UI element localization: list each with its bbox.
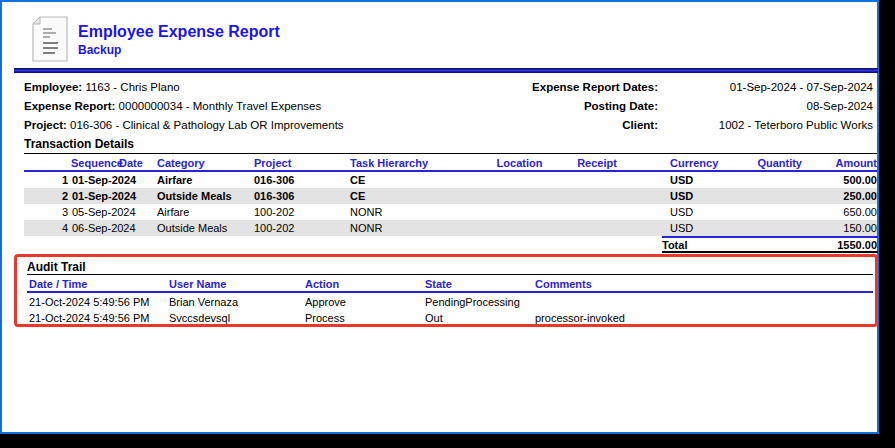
table-cell: Svccsdevsql xyxy=(169,310,305,326)
audit-trail-title: Audit Trail xyxy=(27,260,86,274)
table-cell: 250.00 xyxy=(802,188,877,204)
transaction-details-title: Transaction Details xyxy=(24,137,134,151)
table-cell xyxy=(477,204,562,220)
audit-trail-box: Audit Trail Date / TimeUser NameActionSt… xyxy=(14,254,878,327)
table-cell xyxy=(705,172,802,188)
table-cell: Brian Vernaza xyxy=(169,294,305,310)
table-cell: 650.00 xyxy=(802,204,877,220)
column-header: Comments xyxy=(535,276,851,292)
table-cell xyxy=(477,220,562,236)
project-value: 016-306 - Clinical & Pathology Lab OR Im… xyxy=(70,119,344,131)
column-header: Receipt xyxy=(562,155,632,171)
posting-date-label: Posting Date: xyxy=(584,100,658,112)
audit-rows: 21-Oct-2024 5:49:56 PMBrian VernazaAppro… xyxy=(29,294,851,326)
transaction-title-rule xyxy=(24,153,877,154)
expense-report-value: 0000000034 - Monthly Travel Expenses xyxy=(119,100,322,112)
table-cell xyxy=(705,204,802,220)
column-header: Amount xyxy=(802,155,877,171)
table-cell: USD xyxy=(632,204,705,220)
expense-dates-label: Expense Report Dates: xyxy=(532,81,658,93)
column-header: User Name xyxy=(169,276,305,292)
table-cell: CE xyxy=(347,188,477,204)
table-cell: USD xyxy=(632,188,705,204)
employee-value: 1163 - Chris Plano xyxy=(85,81,179,93)
page-subtitle: Backup xyxy=(78,43,121,57)
total-amount: 1550.00 xyxy=(702,239,877,251)
table-cell: Airfare xyxy=(154,172,251,188)
column-header: Date / Time xyxy=(29,276,169,292)
table-cell: NONR xyxy=(347,220,477,236)
table-cell xyxy=(562,172,632,188)
audit-title-rule xyxy=(27,274,873,275)
total-label: Total xyxy=(662,239,687,251)
document-icon xyxy=(28,14,70,64)
project-label: Project: xyxy=(24,119,67,131)
table-row: 201-Sep-2024Outside Meals016-306CEUSD250… xyxy=(24,188,877,204)
table-cell: 016-306 xyxy=(251,188,347,204)
table-cell xyxy=(705,188,802,204)
column-header: Location xyxy=(477,155,562,171)
table-cell: USD xyxy=(632,220,705,236)
table-cell: Process xyxy=(305,310,425,326)
client-value: 1002 - Teterboro Public Works xyxy=(719,119,873,131)
table-cell: Approve xyxy=(305,294,425,310)
column-header: Sequence xyxy=(71,155,115,171)
table-row: 406-Sep-2024Outside Meals100-202NONRUSD1… xyxy=(24,220,877,236)
table-cell xyxy=(562,204,632,220)
table-cell xyxy=(477,188,562,204)
table-cell: 06-Sep-2024 xyxy=(68,220,154,236)
header-divider xyxy=(14,68,878,73)
table-row: 305-Sep-2024Airfare100-202NONRUSD650.00 xyxy=(24,204,877,220)
table-row: 21-Oct-2024 5:49:56 PMBrian VernazaAppro… xyxy=(29,294,851,310)
column-header: Project xyxy=(251,155,347,171)
employee-label: Employee: xyxy=(24,81,82,93)
expense-report-label: Expense Report: xyxy=(24,100,115,112)
expense-report-field: Expense Report: 0000000034 - Monthly Tra… xyxy=(24,100,321,112)
table-cell: 21-Oct-2024 5:49:56 PM xyxy=(29,294,169,310)
table-cell: 100-202 xyxy=(251,220,347,236)
table-cell: 3 xyxy=(24,204,68,220)
audit-header-rule xyxy=(27,291,873,293)
table-cell xyxy=(562,220,632,236)
table-cell: Outside Meals xyxy=(154,220,251,236)
client-label: Client: xyxy=(622,119,658,131)
table-cell: CE xyxy=(347,172,477,188)
table-cell: 150.00 xyxy=(802,220,877,236)
table-cell: 01-Sep-2024 xyxy=(68,188,154,204)
page-title: Employee Expense Report xyxy=(78,23,280,41)
posting-date-value: 08-Sep-2024 xyxy=(807,100,874,112)
table-cell xyxy=(705,220,802,236)
column-header: Quantity xyxy=(705,155,802,171)
table-cell: Outside Meals xyxy=(154,188,251,204)
column-header: Currency xyxy=(632,155,705,171)
table-row: 21-Oct-2024 5:49:56 PMSvccsdevsqlProcess… xyxy=(29,310,851,326)
employee-field: Employee: 1163 - Chris Plano xyxy=(24,81,180,93)
table-cell: 4 xyxy=(24,220,68,236)
table-cell: USD xyxy=(632,172,705,188)
table-cell: 1 xyxy=(24,172,68,188)
table-cell: 05-Sep-2024 xyxy=(68,204,154,220)
audit-header-row: Date / TimeUser NameActionStateComments xyxy=(29,276,851,292)
table-cell: 016-306 xyxy=(251,172,347,188)
report-page: Employee Expense Report Backup Employee:… xyxy=(0,0,879,434)
table-cell: 21-Oct-2024 5:49:56 PM xyxy=(29,310,169,326)
table-cell: PendingProcessing xyxy=(425,294,535,310)
project-field: Project: 016-306 - Clinical & Pathology … xyxy=(24,119,344,131)
column-header: Action xyxy=(305,276,425,292)
transaction-header-row: SequenceDateCategoryProjectTask Hierarch… xyxy=(24,155,877,171)
table-cell xyxy=(535,294,851,310)
table-cell: 01-Sep-2024 xyxy=(68,172,154,188)
table-cell: processor-invoked xyxy=(535,310,851,326)
transaction-rows: 101-Sep-2024Airfare016-306CEUSD500.00201… xyxy=(24,172,877,236)
table-cell: Out xyxy=(425,310,535,326)
expense-dates-value: 01-Sep-2024 - 07-Sep-2024 xyxy=(730,81,873,93)
total-top-rule xyxy=(662,236,878,238)
column-header: Task Hierarchy xyxy=(347,155,477,171)
table-cell: Airfare xyxy=(154,204,251,220)
column-header: State xyxy=(425,276,535,292)
table-cell: 2 xyxy=(24,188,68,204)
column-header: Category xyxy=(154,155,251,171)
report-viewer: Employee Expense Report Backup Employee:… xyxy=(0,0,895,448)
table-cell: 500.00 xyxy=(802,172,877,188)
table-cell xyxy=(477,172,562,188)
